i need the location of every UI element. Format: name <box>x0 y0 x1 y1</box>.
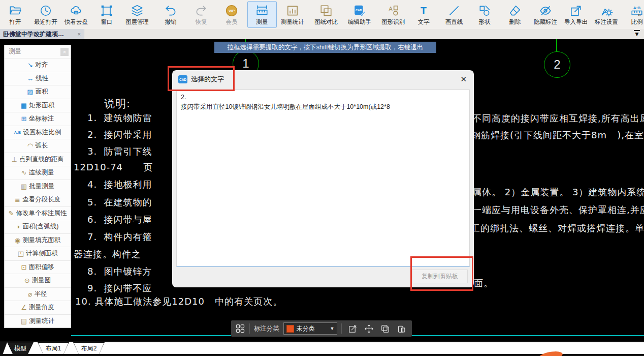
measure-tool-3[interactable]: ▨面积 <box>5 85 71 99</box>
measure-tool-2[interactable]: ↔线性 <box>5 72 71 85</box>
scale-ratio-icon: A:B <box>630 4 643 18</box>
toolbar-button-1[interactable]: 打开 <box>1 1 30 28</box>
copy-icon[interactable] <box>378 322 392 335</box>
cad-note-right-line-6: 面。 <box>474 277 493 289</box>
measure-tool-7[interactable]: ◠弧长 <box>5 139 71 153</box>
toolbar-button-12[interactable]: CAD编辑助手 <box>345 1 374 28</box>
measure-tool-16[interactable]: ⊡面积偏移 <box>5 260 71 274</box>
category-value: 未分类 <box>297 324 330 333</box>
cad-note-line-1: 说明: <box>104 97 131 111</box>
draw-line-icon <box>447 4 461 18</box>
dialog-close-icon[interactable]: ✕ <box>460 75 467 84</box>
toolbar-button-9[interactable]: 测量 <box>247 1 277 28</box>
undo-icon <box>164 4 177 18</box>
classify-grid-icon[interactable] <box>235 322 245 335</box>
toolbar-overflow-icon[interactable]: » <box>637 11 641 18</box>
arc-length-icon: ◠ <box>27 142 33 149</box>
fill-area-icon: ◉ <box>15 237 20 244</box>
measure-tool-label: 批量测量 <box>29 182 54 191</box>
measure-tool-17[interactable]: ⊙测量圆 <box>5 274 71 287</box>
document-tab-title: 卧佛堂中学改扩建项… <box>3 30 76 39</box>
grid-bubble-2: 2 <box>544 51 570 78</box>
divider <box>249 323 250 334</box>
dialog-titlebar[interactable]: CAD 选择的文字 ✕ <box>172 70 474 88</box>
continuous-measure-icon: ∿ <box>21 169 27 176</box>
area-with-arc-icon: ◗ <box>17 223 21 230</box>
sheet-tab-label: 布局1 <box>38 343 69 354</box>
category-dropdown[interactable]: 未分类 ▼ <box>283 322 338 335</box>
measure-tool-label: 面积偏移 <box>28 263 54 272</box>
toolbar-button-label: 打开 <box>10 18 21 26</box>
coordinate-icon: ⊞ <box>21 115 27 122</box>
measure-tool-1[interactable]: ↘对齐 <box>5 58 71 72</box>
toolbar-button-15[interactable]: 画直线 <box>439 1 469 28</box>
copy-to-clipboard-button[interactable]: 复制到剪贴板 <box>412 270 468 283</box>
move-icon[interactable] <box>362 322 375 335</box>
measure-tool-9[interactable]: ∿连续测量 <box>5 166 71 180</box>
toolbar-button-18[interactable]: 隐藏标注 <box>531 1 560 28</box>
cad-note-right-line-2: 钢筋焊接(引下线间距不大于8m ),在室外 <box>471 129 644 141</box>
svg-text:A: A <box>389 6 393 12</box>
measure-tool-label: 弧长 <box>35 141 48 150</box>
measure-tool-13[interactable]: ◗面积(含弧线) <box>5 220 71 233</box>
toolbar-button-label: 图形识别 <box>381 18 405 26</box>
text-icon: T <box>417 4 430 18</box>
grid-line-2 <box>556 39 557 51</box>
measure-tool-15[interactable]: ◳计算侧面积 <box>5 247 71 260</box>
measure-tool-label: 查看分段长度 <box>22 195 60 204</box>
toolbar-button-17[interactable]: 删除 <box>500 1 530 28</box>
toolbar-button-2[interactable]: 最近打开 <box>31 1 60 28</box>
measure-tool-label: 测量角度 <box>29 303 54 312</box>
measure-tool-14[interactable]: ◉测量填充面积 <box>5 233 71 247</box>
paste-icon[interactable] <box>395 322 408 335</box>
document-tab-close-icon[interactable]: × <box>78 31 81 37</box>
point-line-distance-icon: ⊥ <box>12 156 17 163</box>
measure-panel-title: 测量 <box>9 47 60 56</box>
toolbar-button-label: 撤销 <box>165 18 177 26</box>
toolbar-button-label: 导入导出 <box>564 18 588 26</box>
toolbar-button-6[interactable]: 撤销 <box>156 1 185 28</box>
toolbar-button-19[interactable]: 导入导出 <box>561 1 591 28</box>
toolbar-button-label: 形状 <box>479 18 491 26</box>
measure-tool-20[interactable]: ▤测量统计 <box>5 314 71 328</box>
cad-note-line-3: 2. 接闪带采用 <box>87 129 152 141</box>
cad-note-line-8: 6. 接闪带与屋 <box>87 214 152 226</box>
batch-measure-icon: ▥ <box>21 183 27 190</box>
import-export-icon <box>569 4 583 18</box>
cad-note-right-line-1: 不同高度的接闪带应相互焊接,所有高出屋 <box>472 112 644 125</box>
measure-tool-10[interactable]: ▥批量测量 <box>5 180 71 193</box>
toolbar-button-11[interactable]: 图纸对比 <box>311 1 341 28</box>
measure-tool-label: 半径 <box>34 290 47 299</box>
measure-tool-label: 面积(含弧线) <box>23 222 59 231</box>
measure-tool-11[interactable]: ≣查看分段长度 <box>5 193 71 206</box>
toolbar-button-14[interactable]: T文字 <box>409 1 438 28</box>
measure-panel-close-icon[interactable]: × <box>60 48 69 56</box>
measure-tool-19[interactable]: ∠测量角度 <box>5 301 71 314</box>
collapse-toolbar-icon[interactable]: ▼ <box>634 30 640 38</box>
measure-tool-6[interactable]: A:B设置标注比例 <box>5 126 71 139</box>
toolbar-button-16[interactable]: 形状 <box>470 1 499 28</box>
measure-tool-label: 矩形面积 <box>29 101 54 110</box>
toolbar-button-13[interactable]: A图形识别 <box>378 1 408 28</box>
measure-tool-4[interactable]: ▦矩形面积 <box>5 99 71 112</box>
window-icon <box>100 4 113 18</box>
measure-tool-18[interactable]: ⌀半径 <box>5 287 71 301</box>
hide-annotation-icon <box>539 4 552 18</box>
category-color-swatch <box>286 325 294 333</box>
toolbar-button-5[interactable]: 图层管理 <box>122 1 152 28</box>
measure-tool-5[interactable]: ⊞坐标标注 <box>5 112 71 126</box>
measure-tool-12[interactable]: ✎修改单个标注属性 <box>5 206 71 220</box>
extracted-text-area[interactable]: 2. 接闪带采用直径10镀锌圆钢沿女儿墙明敷在屋面组成不大于10*10m(或12… <box>176 90 470 267</box>
measure-tool-label: 面积 <box>36 87 48 96</box>
cad-note-right-line-3: 属体。 2）金属装置。 3）建筑物内系统 <box>472 186 644 198</box>
toolbar-button-10[interactable]: 测量统计 <box>278 1 307 28</box>
toolbar-button-20[interactable]: 标注设置 <box>592 1 621 28</box>
edit-annotation-icon[interactable] <box>346 322 359 335</box>
toolbar-button-3[interactable]: 快看云盘 <box>61 1 91 28</box>
cad-note-line-7: 5. 在建筑物的 <box>87 196 152 209</box>
document-tab[interactable]: 卧佛堂中学改扩建项… × <box>0 29 84 39</box>
cad-note-line-10: 器连接。构件之 <box>74 248 141 260</box>
measure-tool-8[interactable]: ⊥点到直线的距离 <box>5 153 71 166</box>
open-folder-icon <box>9 4 22 18</box>
toolbar-button-4[interactable]: 窗口 <box>92 1 121 28</box>
